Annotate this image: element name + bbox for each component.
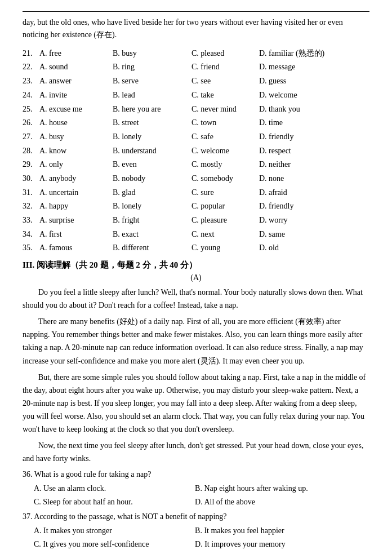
q-option-c: C. welcome (191, 145, 259, 157)
reading-options-row1: A. Use an alarm clock.B. Nap eight hours… (34, 482, 369, 495)
question-row: 33.A. surpriseB. frightC. pleasureD. wor… (23, 214, 369, 227)
q-option-b: B. exact (113, 228, 191, 241)
q-number: 33. (23, 214, 39, 227)
q-option-d: D. worry (259, 214, 321, 227)
q-option-c: C. young (191, 242, 259, 254)
q-option-b: B. different (113, 242, 191, 254)
reading-question: 37. According to the passage, what is NO… (23, 511, 369, 551)
q-option-b: B. here you are (113, 103, 191, 116)
question-row: 32.A. happyB. lonelyC. popularD. friendl… (23, 200, 369, 212)
q-option-b: B. lead (113, 89, 191, 101)
q-option-d: D. familiar (熟悉的) (259, 47, 324, 60)
q-option-a: A. only (39, 158, 113, 171)
passage-paragraph-1: Do you feel a little sleepy after lunch?… (23, 286, 369, 312)
question-row: 25.A. excuse meB. here you areC. never m… (23, 103, 369, 116)
q-number: 34. (23, 228, 39, 241)
q-option-d: D. time (259, 117, 321, 129)
question-row: 34.A. firstB. exactC. nextD. same (23, 228, 369, 241)
reading-options-row2: C. Sleep for about half an hour.D. All o… (34, 496, 369, 508)
question-row: 29.A. onlyB. evenC. mostlyD. neither (23, 158, 369, 171)
passage-paragraph-2: There are many benefits (好处) of a daily … (23, 315, 369, 367)
q-option-d: D. welcome (259, 89, 321, 101)
reading-options-row1: A. It makes you strongerB. It makes you … (34, 525, 369, 537)
q-option-b: B. even (113, 158, 191, 171)
q-option-b: B. busy (113, 47, 191, 60)
q-option-b: B. fright (113, 214, 191, 227)
q-option-b: B. understand (113, 145, 191, 157)
question-row: 24.A. inviteB. leadC. takeD. welcome (23, 89, 369, 101)
question-row: 31.A. uncertainB. gladC. sureD. afraid (23, 187, 369, 199)
subsection-a-label: (A) (23, 273, 369, 282)
question-row: 23.A. answerB. serveC. seeD. guess (23, 75, 369, 87)
q-option-c: C. sure (191, 187, 259, 199)
question-row: 28.A. knowB. understandC. welcomeD. resp… (23, 145, 369, 157)
reading-question-text: 37. According to the passage, what is NO… (23, 511, 369, 523)
q-option-a: A. famous (39, 242, 113, 254)
q-option-a: A. busy (39, 131, 113, 143)
q-option-b: B. nobody (113, 172, 191, 185)
q-option-c: C. popular (191, 200, 259, 212)
q-option-a: A. surprise (39, 214, 113, 227)
q-option-c: C. mostly (191, 158, 259, 171)
q-option-a: A. invite (39, 89, 113, 101)
q-option-d: D. respect (259, 145, 321, 157)
q-number: 24. (23, 89, 39, 101)
q-number: 25. (23, 103, 39, 116)
reading-question-text: 36. What is a good rule for taking a nap… (23, 468, 369, 481)
intro-paragraph: day, but the old ones, who have lived be… (23, 16, 369, 42)
passage-paragraph-4: Now, the next time you feel sleepy after… (23, 439, 369, 465)
q-option-a: A. first (39, 228, 113, 241)
q-option-d: D. friendly (259, 200, 321, 212)
q-option-c: C. somebody (191, 172, 259, 185)
q-option-d: D. message (259, 61, 321, 73)
q-number: 31. (23, 187, 39, 199)
q-number: 21. (23, 47, 39, 60)
q-option-a: A. happy (39, 200, 113, 212)
q-option-c: C. pleased (191, 47, 259, 60)
question-row: 22.A. soundB. ringC. friendD. message (23, 61, 369, 73)
q-option-b: B. ring (113, 61, 191, 73)
q-option-a: A. free (39, 47, 113, 60)
q-option-c: C. take (191, 89, 259, 101)
q-option-d: D. afraid (259, 187, 321, 199)
q-option-c: C. never mind (191, 103, 259, 116)
reading-option-c: C. It gives you more self-confidence (34, 538, 195, 551)
q-option-a: A. uncertain (39, 187, 113, 199)
q-option-d: D. none (259, 172, 321, 185)
q-option-d: D. neither (259, 158, 321, 171)
q-option-a: A. sound (39, 61, 113, 73)
top-divider (23, 11, 369, 12)
q-number: 29. (23, 158, 39, 171)
q-option-d: D. friendly (259, 131, 321, 143)
q-option-a: A. excuse me (39, 103, 113, 116)
q-option-b: B. street (113, 117, 191, 129)
reading-option-a: A. Use an alarm clock. (34, 482, 195, 495)
question-row: 21.A. freeB. busyC. pleasedD. familiar (… (23, 47, 369, 60)
section3-title: III. 阅读理解（共 20 题，每题 2 分，共 40 分） (23, 260, 369, 271)
q-number: 26. (23, 117, 39, 129)
reading-option-b: B. It makes you feel happier (195, 525, 356, 537)
question-row: 27.A. busyB. lonelyC. safeD. friendly (23, 131, 369, 143)
q-number: 32. (23, 200, 39, 212)
q-option-c: C. pleasure (191, 214, 259, 227)
q-option-b: B. serve (113, 75, 191, 87)
q-option-c: C. friend (191, 61, 259, 73)
q-number: 23. (23, 75, 39, 87)
passage-paragraph-3: But, there are some simple rules you sho… (23, 371, 369, 436)
reading-option-d: D. It improves your memory (195, 538, 356, 551)
q-option-c: C. next (191, 228, 259, 241)
question-row: 30.A. anybodyB. nobodyC. somebodyD. none (23, 172, 369, 185)
q-option-b: B. lonely (113, 131, 191, 143)
reading-option-b: B. Nap eight hours after waking up. (195, 482, 356, 495)
q-option-b: B. lonely (113, 200, 191, 212)
q-option-c: C. see (191, 75, 259, 87)
q-option-a: A. house (39, 117, 113, 129)
question-row: 26.A. houseB. streetC. townD. time (23, 117, 369, 129)
q-option-d: D. guess (259, 75, 321, 87)
reading-option-a: A. It makes you stronger (34, 525, 195, 537)
q-option-b: B. glad (113, 187, 191, 199)
reading-options-row2: C. It gives you more self-confidenceD. I… (34, 538, 369, 551)
q-option-d: D. same (259, 228, 321, 241)
q-option-d: D. thank you (259, 103, 321, 116)
q-option-a: A. know (39, 145, 113, 157)
